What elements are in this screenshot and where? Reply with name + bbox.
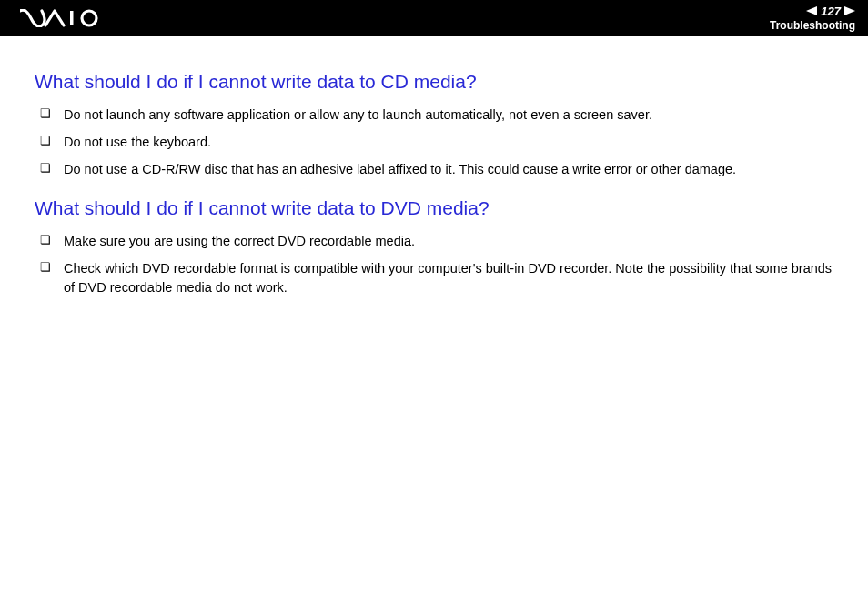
prev-page-arrow-icon[interactable]: [806, 5, 817, 18]
page-number: 127: [821, 5, 841, 18]
page-header: 127 Troubleshooting: [0, 0, 868, 36]
faq-list: Do not launch any software application o…: [35, 106, 833, 179]
page-nav: 127: [770, 5, 855, 18]
faq-heading: What should I do if I cannot write data …: [35, 71, 833, 93]
svg-point-1: [82, 11, 96, 25]
section-label: Troubleshooting: [770, 19, 855, 32]
next-page-arrow-icon[interactable]: [844, 5, 855, 18]
list-item: Do not use a CD-R/RW disc that has an ad…: [40, 160, 833, 179]
list-item: Do not launch any software application o…: [40, 106, 833, 125]
list-item: Make sure you are using the correct DVD …: [40, 232, 833, 251]
svg-marker-2: [806, 6, 817, 15]
header-right: 127 Troubleshooting: [770, 5, 855, 32]
faq-section: What should I do if I cannot write data …: [35, 197, 833, 297]
vaio-logo: [20, 9, 104, 27]
svg-rect-0: [70, 11, 74, 25]
faq-list: Make sure you are using the correct DVD …: [35, 232, 833, 297]
list-item: Do not use the keyboard.: [40, 133, 833, 152]
page-content: What should I do if I cannot write data …: [0, 36, 868, 297]
faq-heading: What should I do if I cannot write data …: [35, 197, 833, 219]
svg-marker-3: [844, 6, 855, 15]
faq-section: What should I do if I cannot write data …: [35, 71, 833, 179]
list-item: Check which DVD recordable format is com…: [40, 259, 833, 297]
